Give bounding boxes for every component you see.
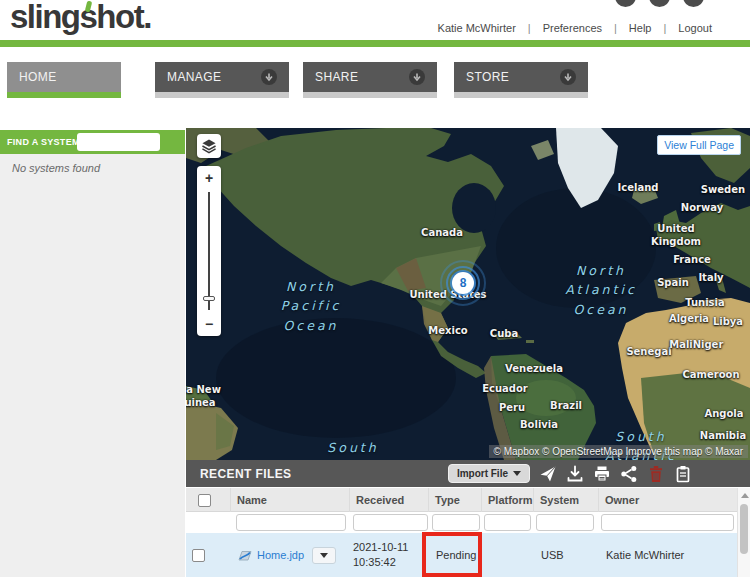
tab-store[interactable]: STORE bbox=[454, 62, 588, 98]
tab-label: STORE bbox=[466, 70, 509, 84]
tab-share[interactable]: SHARE bbox=[303, 62, 437, 98]
map-country-label: Namibia bbox=[700, 430, 746, 443]
recent-files-title: RECENT FILES bbox=[186, 467, 291, 481]
find-system-label: FIND A SYSTEM bbox=[0, 137, 80, 147]
zoom-in-button[interactable]: + bbox=[197, 168, 221, 188]
clipboard-icon[interactable] bbox=[674, 465, 692, 483]
print-icon[interactable] bbox=[593, 465, 611, 483]
slingshot-logo: slingshot. bbox=[10, 0, 151, 36]
preferences-link[interactable]: Preferences bbox=[543, 22, 602, 34]
cluster-count[interactable]: 8 bbox=[452, 272, 474, 294]
map-country-label: Mexico bbox=[428, 325, 467, 338]
map-ocean-label: South bbox=[327, 438, 378, 457]
table-filter-row bbox=[186, 512, 737, 533]
platform-cell bbox=[482, 533, 534, 577]
select-all-checkbox[interactable] bbox=[198, 494, 211, 507]
table-row[interactable]: Home.jdp 2021-10-11 10:35:42 Pending USB… bbox=[186, 533, 737, 577]
recent-files-bar: RECENT FILES Import File bbox=[186, 460, 750, 487]
column-header-platform[interactable]: Platform bbox=[482, 488, 534, 512]
filter-owner-input[interactable] bbox=[601, 514, 734, 531]
tab-underline bbox=[454, 92, 588, 98]
map-country-label: Norway bbox=[681, 202, 723, 215]
social-icon[interactable] bbox=[649, 0, 670, 7]
find-system-bar: FIND A SYSTEM bbox=[0, 130, 185, 154]
caret-down-icon bbox=[513, 471, 521, 476]
find-system-input[interactable] bbox=[77, 133, 160, 151]
column-header-name[interactable]: Name bbox=[231, 488, 350, 512]
map-country-label: Cameroon bbox=[682, 369, 739, 382]
social-icon[interactable] bbox=[683, 0, 704, 7]
map-country-label: Sweden bbox=[701, 184, 745, 197]
share-icon[interactable] bbox=[620, 465, 638, 483]
zoom-slider-track[interactable] bbox=[208, 192, 210, 310]
help-link[interactable]: Help bbox=[629, 22, 652, 34]
tab-manage[interactable]: MANAGE bbox=[155, 62, 289, 98]
map-country-label: Senegal bbox=[626, 346, 671, 359]
no-systems-message: No systems found bbox=[0, 154, 185, 174]
import-file-button[interactable]: Import File bbox=[448, 464, 530, 483]
send-icon[interactable] bbox=[539, 465, 557, 483]
map-country-label: Tunisia bbox=[685, 297, 725, 310]
systems-list-panel: No systems found bbox=[0, 154, 185, 577]
map-country-label: United Kingdom bbox=[651, 223, 701, 248]
separator: | bbox=[614, 22, 617, 34]
map-country-label: Spain bbox=[657, 277, 689, 290]
zoom-out-button[interactable]: − bbox=[197, 314, 221, 334]
caret-down-icon bbox=[320, 553, 328, 558]
tab-label: SHARE bbox=[315, 70, 358, 84]
map-canvas[interactable]: North Pacific OceanNorth Atlantic OceanS… bbox=[186, 128, 750, 460]
active-tab-underline bbox=[7, 92, 121, 98]
map-country-label: Bolivia bbox=[520, 419, 558, 432]
scroll-up-arrow[interactable] bbox=[741, 493, 749, 498]
map-country-label: Niger bbox=[693, 339, 724, 352]
file-actions-dropdown[interactable] bbox=[312, 547, 336, 564]
filter-system-input[interactable] bbox=[536, 514, 594, 531]
column-header-received[interactable]: Received bbox=[350, 488, 429, 512]
view-full-page-button[interactable]: View Full Page bbox=[657, 135, 741, 155]
column-header-system[interactable]: System bbox=[534, 488, 599, 512]
map-country-label: Cuba bbox=[490, 328, 518, 341]
map-country-label: Iceland bbox=[618, 182, 659, 195]
logout-link[interactable]: Logout bbox=[678, 22, 712, 34]
filter-platform-input[interactable] bbox=[484, 514, 531, 531]
social-icon[interactable] bbox=[615, 0, 636, 7]
tab-underline bbox=[303, 92, 437, 98]
import-file-label: Import File bbox=[457, 468, 508, 479]
tab-home[interactable]: HOME bbox=[7, 62, 121, 98]
filter-received-input[interactable] bbox=[353, 514, 428, 531]
system-cell: USB bbox=[534, 533, 599, 577]
user-name[interactable]: Katie McWhirter bbox=[438, 22, 516, 34]
map-attribution[interactable]: © Mapbox © OpenStreetMap Improve this ma… bbox=[489, 445, 748, 458]
download-icon[interactable] bbox=[566, 465, 584, 483]
owner-cell: Katie McWhirter bbox=[599, 533, 737, 577]
table-header-row: Name Received Type Platform System Owner bbox=[186, 488, 737, 512]
received-time: 10:35:42 bbox=[353, 555, 396, 570]
recent-files-table: Name Received Type Platform System Owner bbox=[186, 488, 750, 577]
map-country-label: Italy bbox=[698, 272, 723, 285]
filter-type-input[interactable] bbox=[432, 514, 480, 531]
map-country-label: Mali bbox=[669, 339, 693, 352]
column-header-owner[interactable]: Owner bbox=[599, 488, 737, 512]
received-date: 2021-10-11 bbox=[353, 540, 408, 555]
file-name-link[interactable]: Home.jdp bbox=[257, 549, 304, 561]
map-ocean-label: North Atlantic Ocean bbox=[565, 261, 637, 319]
delete-icon[interactable] bbox=[647, 465, 665, 483]
zoom-slider-handle[interactable] bbox=[203, 296, 215, 301]
map-country-label: ua New uinea bbox=[186, 384, 221, 409]
map-zoom-control[interactable]: + − bbox=[197, 166, 221, 336]
chevron-down-circle-icon bbox=[261, 69, 277, 85]
layers-icon bbox=[200, 137, 218, 155]
table-scrollbar[interactable] bbox=[737, 488, 750, 577]
map-country-label: Peru bbox=[499, 402, 525, 415]
scrollbar-thumb[interactable] bbox=[740, 504, 748, 554]
layers-button[interactable] bbox=[197, 134, 221, 158]
column-header-type[interactable]: Type bbox=[429, 488, 482, 512]
filter-name-input[interactable] bbox=[236, 514, 346, 531]
tab-label: HOME bbox=[19, 70, 57, 84]
accent-divider bbox=[0, 40, 750, 47]
highlight-annotation-box bbox=[422, 532, 482, 577]
row-checkbox[interactable] bbox=[192, 549, 205, 562]
tab-underline bbox=[155, 92, 289, 98]
map-ocean-label: North Pacific Ocean bbox=[281, 277, 342, 335]
recent-files-actions: Import File bbox=[448, 464, 692, 483]
